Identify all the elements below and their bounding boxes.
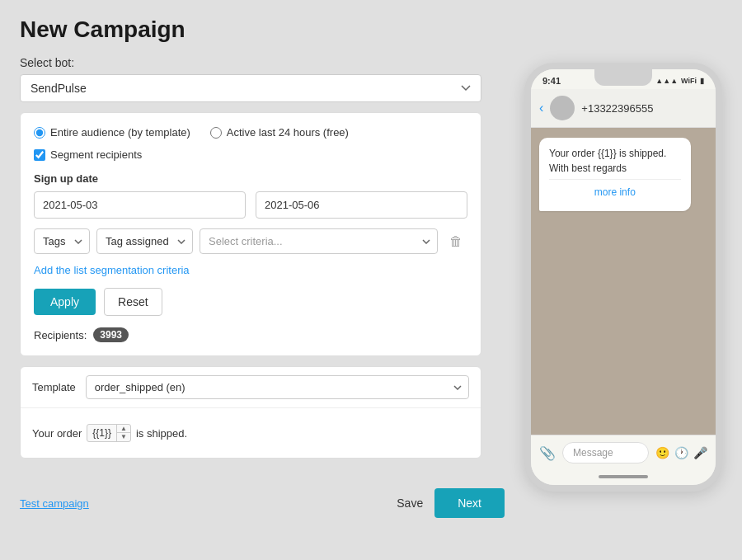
phone-avatar: [550, 96, 575, 120]
delete-filter-button[interactable]: 🗑: [444, 230, 467, 253]
phone-chat-body: Your order {{1}} is shipped. With best r…: [531, 128, 716, 435]
active-audience-label[interactable]: Active last 24 hours (free): [210, 126, 349, 139]
entire-audience-radio[interactable]: [34, 127, 45, 139]
template-var-down[interactable]: ▼: [117, 433, 130, 441]
reset-button[interactable]: Reset: [104, 288, 162, 316]
phone-input-bar: 📎 Message 🙂 🕐 🎤: [531, 435, 716, 470]
back-arrow-icon[interactable]: ‹: [539, 101, 543, 115]
bot-label: Select bot:: [20, 56, 505, 69]
signup-date-label: Sign up date: [34, 172, 467, 185]
sticker-icon[interactable]: 🙂: [655, 446, 669, 459]
more-info-button[interactable]: more info: [549, 179, 681, 203]
left-panel: Select bot: SendPulse Entire audience (b…: [20, 56, 505, 544]
entire-audience-text: Entire audience (by template): [50, 126, 190, 139]
template-body: Your order {{1}} ▲ ▼ is shipped.: [21, 408, 481, 458]
segment-section: Entire audience (by template) Active las…: [20, 112, 481, 356]
template-message-prefix: Your order: [32, 427, 82, 440]
recipients-badge: 3993: [93, 327, 129, 342]
chat-bubble: Your order {{1}} is shipped. With best r…: [539, 138, 691, 211]
battery-icon: ▮: [700, 77, 704, 85]
right-actions: Save Next: [397, 488, 505, 518]
entire-audience-label[interactable]: Entire audience (by template): [34, 126, 190, 139]
filter-criteria-select[interactable]: Select criteria...: [200, 228, 438, 254]
filter-condition-select[interactable]: Tag assigned: [96, 228, 193, 254]
phone-input-placeholder: Message: [573, 447, 613, 459]
next-button[interactable]: Next: [434, 488, 505, 518]
bot-select[interactable]: SendPulse: [20, 74, 481, 102]
template-variable: {{1}} ▲ ▼: [87, 424, 131, 442]
phone-chat-header: ‹ +13322396555: [531, 89, 716, 128]
action-row: Apply Reset: [34, 288, 467, 316]
template-var-arrows: ▲ ▼: [116, 425, 130, 441]
active-audience-radio[interactable]: [210, 127, 222, 139]
date-from-input[interactable]: [34, 191, 246, 219]
signal-icon: ▲▲▲: [655, 77, 678, 85]
segment-recipients-label[interactable]: Segment recipients: [34, 148, 467, 161]
date-range-row: [34, 191, 467, 219]
filter-type-select[interactable]: Tags: [34, 228, 90, 254]
template-section: Template order_shipped (en) Your order {…: [20, 366, 481, 459]
phone-home-bar: [531, 470, 716, 485]
phone-mockup: 9:41 ▲▲▲ WiFi ▮ ‹ +13322396555 Your orde…: [524, 63, 722, 492]
wifi-icon: WiFi: [681, 77, 697, 85]
segment-recipients-checkbox[interactable]: [34, 149, 45, 161]
clock-icon[interactable]: 🕐: [674, 446, 688, 459]
phone-notch: [594, 69, 652, 86]
filter-row: Tags Tag assigned Select criteria... 🗑: [34, 228, 467, 254]
bottom-actions: Test campaign Save Next: [20, 482, 505, 518]
recipients-label: Recipients:: [34, 329, 87, 341]
add-criteria-link[interactable]: Add the list segmentation criteria: [34, 264, 190, 276]
page-title: New Campaign: [20, 16, 722, 43]
phone-input-actions: 🙂 🕐 🎤: [655, 446, 707, 459]
save-button[interactable]: Save: [397, 496, 423, 510]
main-content: Select bot: SendPulse Entire audience (b…: [20, 56, 722, 544]
delete-icon: 🗑: [449, 234, 463, 249]
test-campaign-button[interactable]: Test campaign: [20, 497, 89, 510]
phone-time: 9:41: [542, 76, 561, 86]
audience-radio-group: Entire audience (by template) Active las…: [34, 126, 467, 139]
template-var-up[interactable]: ▲: [117, 425, 130, 433]
mic-icon[interactable]: 🎤: [693, 446, 707, 459]
template-label: Template: [32, 381, 76, 393]
phone-contact-name: +13322396555: [581, 102, 653, 115]
active-audience-text: Active last 24 hours (free): [227, 126, 349, 139]
date-to-input[interactable]: [256, 191, 467, 219]
template-var-text: {{1}}: [87, 426, 116, 440]
recipients-row: Recipients: 3993: [34, 327, 467, 342]
phone-status-right: ▲▲▲ WiFi ▮: [655, 77, 704, 85]
segment-recipients-text: Segment recipients: [50, 148, 142, 161]
template-select[interactable]: order_shipped (en): [86, 375, 469, 399]
apply-button[interactable]: Apply: [34, 289, 96, 315]
phone-message-input[interactable]: Message: [562, 442, 649, 464]
page-container: New Campaign Select bot: SendPulse Entir…: [0, 0, 742, 560]
template-header: Template order_shipped (en): [21, 367, 481, 408]
bot-section: Select bot: SendPulse: [20, 56, 505, 102]
attachment-icon: 📎: [539, 445, 556, 461]
template-message-suffix: is shipped.: [136, 427, 187, 440]
chat-message-line1: Your order {{1}} is shipped.: [549, 146, 681, 161]
home-indicator: [599, 475, 648, 478]
chat-message-line2: With best regards: [549, 161, 681, 176]
